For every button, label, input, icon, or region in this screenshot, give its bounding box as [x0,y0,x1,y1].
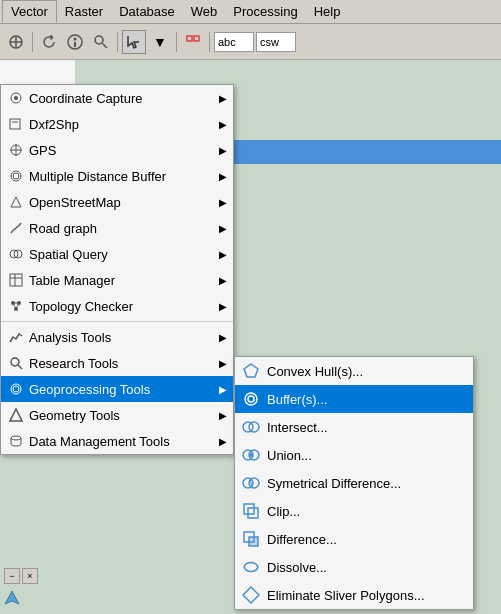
submenu-arrow: ▶ [219,384,227,395]
union-icon [241,445,261,465]
multibuffer-icon [7,167,25,185]
submenu-item-buffer[interactable]: Buffer(s)... [235,385,473,413]
svg-point-18 [13,173,19,179]
menu-item-road-graph[interactable]: Road graph ▶ [1,215,233,241]
toolbar-btn-search[interactable] [89,30,113,54]
buffer-icon [241,389,261,409]
eliminate-icon [241,585,261,605]
menu-item-geoprocessing-tools[interactable]: Geoprocessing Tools ▶ [1,376,233,402]
toolbar-btn-move[interactable] [181,30,205,54]
toolbar-btn-1[interactable] [4,30,28,54]
spatial-icon [7,245,25,263]
road-icon [7,219,25,237]
submenu-item-difference[interactable]: Difference... [235,525,473,553]
svg-marker-34 [10,409,22,421]
menubar-item-vector[interactable]: Vector [2,0,57,23]
submenu-item-eliminate[interactable]: Eliminate Sliver Polygons... [235,581,473,609]
submenu-arrow: ▶ [219,93,227,104]
svg-rect-12 [10,119,20,129]
svg-point-30 [11,358,19,366]
osm-icon [7,193,25,211]
toolbar-separator-1 [32,32,33,52]
capture-icon [7,89,25,107]
submenu-arrow: ▶ [219,249,227,260]
svg-point-43 [249,453,253,457]
menu-item-data-management-tools[interactable]: Data Management Tools ▶ [1,428,233,454]
toolbar-btn-info[interactable] [63,30,87,54]
svg-point-20 [14,250,22,258]
menu-item-geometry-tools[interactable]: Geometry Tools ▶ [1,402,233,428]
svg-point-6 [95,36,103,44]
toolbar-btn-refresh[interactable] [37,30,61,54]
menu-item-spatial-query[interactable]: Spatial Query ▶ [1,241,233,267]
submenu-arrow: ▶ [219,171,227,182]
datamanagement-icon [7,432,25,450]
menu-item-analysis-tools[interactable]: Analysis Tools ▶ [1,324,233,350]
menu-item-table-manager[interactable]: Table Manager ▶ [1,267,233,293]
submenu-arrow: ▶ [219,301,227,312]
geometry-icon [7,406,25,424]
clip-icon [241,501,261,521]
menu-item-topology-checker[interactable]: Topology Checker ▶ [1,293,233,319]
abc-input[interactable] [214,32,254,52]
submenu-item-union[interactable]: Union... [235,441,473,469]
csw-input[interactable] [256,32,296,52]
submenu-item-convex-hull[interactable]: Convex Hull(s)... [235,357,473,385]
submenu-item-symdiff[interactable]: Symetrical Difference... [235,469,473,497]
topology-icon [7,297,25,315]
svg-rect-9 [194,36,199,41]
vector-menu: Coordinate Capture ▶ Dxf2Shp ▶ GPS ▶ [0,84,234,455]
map-corner-buttons: − × [4,568,38,584]
menu-item-dxf2shp[interactable]: Dxf2Shp ▶ [1,111,233,137]
submenu-item-clip[interactable]: Clip... [235,497,473,525]
svg-point-3 [74,37,77,40]
corner-btn-2[interactable]: × [22,568,38,584]
submenu-arrow: ▶ [219,436,227,447]
geoprocessing-icon [7,380,25,398]
geoprocessing-submenu: Convex Hull(s)... Buffer(s)... Intersect… [234,356,474,610]
toolbar-separator-4 [209,32,210,52]
dissolve-icon [241,557,261,577]
main-area: − × Coordinate Capture ▶ D [0,60,501,614]
submenu-arrow: ▶ [219,119,227,130]
menu-item-multiple-distance-buffer[interactable]: Multiple Distance Buffer ▶ [1,163,233,189]
svg-point-38 [248,396,254,402]
symdiff-icon [241,473,261,493]
intersect-icon [241,417,261,437]
toolbar-btn-select[interactable] [122,30,146,54]
menubar: Vector Raster Database Web Processing He… [0,0,501,24]
menubar-item-raster[interactable]: Raster [57,0,111,23]
toolbar-btn-dropdown[interactable]: ▼ [148,30,172,54]
corner-btn-1[interactable]: − [4,568,20,584]
dxf-icon [7,115,25,133]
submenu-arrow: ▶ [219,197,227,208]
svg-line-7 [103,43,108,48]
svg-rect-8 [187,36,192,41]
submenu-arrow: ▶ [219,275,227,286]
menubar-item-database[interactable]: Database [111,0,183,23]
difference-icon [241,529,261,549]
svg-rect-48 [248,508,258,518]
toolbar-separator-3 [176,32,177,52]
svg-marker-51 [243,587,259,603]
map-nav-icon [4,590,20,606]
svg-point-11 [14,96,18,100]
menu-item-research-tools[interactable]: Research Tools ▶ [1,350,233,376]
menu-item-gps[interactable]: GPS ▶ [1,137,233,163]
submenu-item-intersect[interactable]: Intersect... [235,413,473,441]
submenu-item-dissolve[interactable]: Dissolve... [235,553,473,581]
research-icon [7,354,25,372]
svg-line-31 [18,365,22,369]
menubar-item-help[interactable]: Help [306,0,349,23]
svg-rect-21 [10,274,22,286]
menu-separator-1 [1,321,233,322]
svg-point-33 [13,386,19,392]
menubar-item-processing[interactable]: Processing [225,0,305,23]
menu-item-coordinate-capture[interactable]: Coordinate Capture ▶ [1,85,233,111]
icon-toolbar: ▼ [0,24,501,60]
gps-icon [7,141,25,159]
submenu-arrow: ▶ [219,332,227,343]
menu-item-openstreetmap[interactable]: OpenStreetMap ▶ [1,189,233,215]
menubar-item-web[interactable]: Web [183,0,226,23]
submenu-arrow: ▶ [219,223,227,234]
